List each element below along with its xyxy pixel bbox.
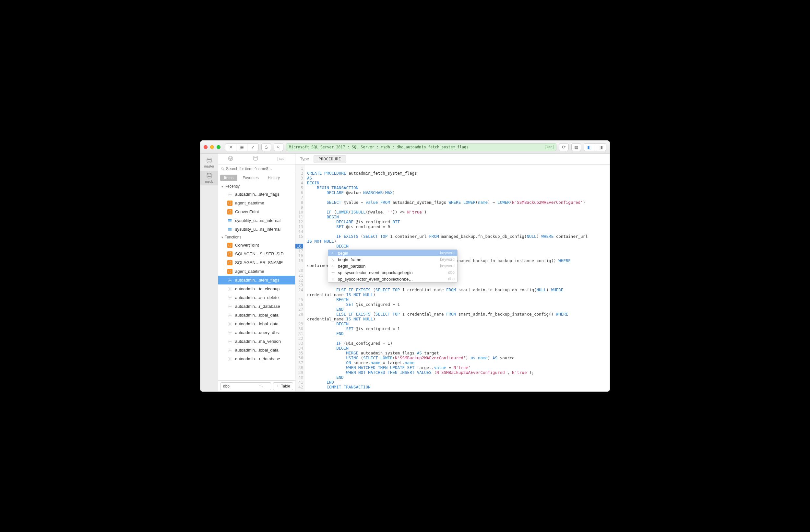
function-icon: () bbox=[227, 209, 232, 215]
tree-item-label: SQLAGEN…SUSER_SID bbox=[235, 251, 284, 256]
titlebar: ✕ ◉ ⤢ Microsoft SQL Server 2017 : SQL Se… bbox=[200, 140, 610, 153]
tree-item[interactable]: autoadmin…ata_delete bbox=[218, 293, 295, 302]
add-table-button[interactable]: ＋ Table bbox=[273, 382, 293, 390]
tree-item[interactable]: autoadmin…r_database bbox=[218, 302, 295, 311]
zoom-window[interactable] bbox=[216, 145, 221, 149]
gear-icon bbox=[227, 295, 232, 300]
add-table-label: Table bbox=[281, 384, 290, 388]
autocomplete-item[interactable]: sp_syscollector_event_oncollectionbe…dbo bbox=[328, 276, 457, 282]
tree-item[interactable]: ()ConvertToInt bbox=[218, 207, 295, 216]
minimize-window[interactable] bbox=[210, 145, 214, 149]
search-input[interactable] bbox=[226, 167, 292, 171]
refresh-icon[interactable]: ⟳ bbox=[559, 143, 569, 151]
keyword-icon bbox=[331, 257, 335, 262]
svg-rect-11 bbox=[228, 228, 232, 229]
close-window[interactable] bbox=[204, 145, 208, 149]
svg-point-15 bbox=[229, 288, 230, 290]
svg-point-24 bbox=[333, 272, 334, 273]
table-icon bbox=[227, 227, 232, 232]
eye-icon[interactable]: ◉ bbox=[237, 144, 247, 151]
plug-icon[interactable] bbox=[228, 155, 233, 162]
autocomplete-label: begin bbox=[338, 251, 348, 256]
expand-icon[interactable]: ⤢ bbox=[247, 144, 258, 151]
type-chip[interactable]: PROCEDURE bbox=[313, 155, 346, 163]
svg-point-1 bbox=[277, 146, 279, 148]
tree-item[interactable]: autoadmin…stem_flags bbox=[218, 276, 295, 284]
tab-history[interactable]: History bbox=[264, 174, 284, 181]
database-icon[interactable] bbox=[253, 155, 258, 162]
section-functions[interactable]: Functions bbox=[218, 234, 295, 241]
tree-item[interactable]: autoadmin…ma_version bbox=[218, 337, 295, 346]
tree-item-label: autoadmin…stem_flags bbox=[235, 192, 279, 197]
svg-point-2 bbox=[207, 158, 211, 160]
svg-point-3 bbox=[207, 173, 211, 175]
code-editor[interactable]: 1234567891011121314151617181920212223242… bbox=[295, 165, 610, 392]
tree-item[interactable]: ()SQLAGEN…ER_SNAME bbox=[218, 258, 295, 267]
autocomplete-kind: dbo bbox=[448, 270, 455, 275]
lock-icon[interactable] bbox=[261, 143, 271, 151]
left-panel-icon[interactable]: ◧ bbox=[584, 144, 595, 151]
tree-item[interactable]: autoadmin…lobal_data bbox=[218, 346, 295, 354]
autocomplete-popup[interactable]: beginkeywordbegin_framekeywordbegin_part… bbox=[328, 249, 457, 283]
tree-item[interactable]: autoadmin…lobal_data bbox=[218, 311, 295, 319]
tree-item[interactable]: autoadmin…lobal_data bbox=[218, 319, 295, 328]
chevron-updown-icon: ⌃⌄ bbox=[258, 384, 264, 388]
function-icon: () bbox=[227, 269, 232, 274]
tree-item-label: autoadmin…lobal_data bbox=[235, 321, 278, 326]
grid-icon[interactable]: ▦ bbox=[571, 143, 581, 151]
sidebar-tree[interactable]: Recently autoadmin…stem_flags()agent_dat… bbox=[218, 183, 295, 380]
db-rail: master msdb bbox=[200, 153, 218, 392]
autocomplete-item[interactable]: begin_framekeyword bbox=[328, 256, 457, 263]
body: master msdb SQL Items Favorites History bbox=[200, 153, 610, 392]
tree-item[interactable]: autoadmin…stem_flags bbox=[218, 190, 295, 199]
tree-item[interactable]: ()ConvertToInt bbox=[218, 241, 295, 249]
svg-point-23 bbox=[229, 358, 230, 360]
svg-rect-13 bbox=[228, 230, 232, 231]
svg-rect-0 bbox=[265, 147, 268, 148]
svg-rect-12 bbox=[228, 229, 232, 229]
tree-item-label: ConvertToInt bbox=[235, 209, 259, 214]
tree-item-label: autoadmin…ta_cleanup bbox=[235, 286, 279, 291]
rail-item-msdb[interactable]: msdb bbox=[200, 171, 218, 185]
svg-point-7 bbox=[229, 194, 230, 195]
panel-toggle-group: ◧ ◨ bbox=[584, 143, 606, 151]
tree-item[interactable]: ()agent_datetime bbox=[218, 267, 295, 276]
tree-item[interactable]: autoadmin…r_database bbox=[218, 354, 295, 363]
gear-icon bbox=[227, 304, 232, 309]
gear-icon bbox=[227, 321, 232, 327]
tree-item[interactable]: ()SQLAGEN…SUSER_SID bbox=[218, 249, 295, 258]
editor-area: Type PROCEDURE 1234567891011121314151617… bbox=[295, 153, 610, 392]
gear-icon bbox=[227, 278, 232, 283]
rail-label: master bbox=[204, 165, 214, 168]
search-icon[interactable] bbox=[274, 143, 284, 151]
schema-select[interactable]: dbo ⌃⌄ bbox=[220, 382, 271, 390]
right-panel-icon[interactable]: ◨ bbox=[595, 144, 606, 151]
location-badge: loc bbox=[545, 145, 553, 149]
autocomplete-kind: keyword bbox=[440, 257, 455, 262]
sql-icon[interactable]: SQL bbox=[278, 157, 285, 161]
tree-item[interactable]: autoadmin…ta_cleanup bbox=[218, 284, 295, 293]
stop-icon[interactable]: ✕ bbox=[225, 144, 237, 151]
tree-item[interactable]: sysutility_u…ns_internal bbox=[218, 216, 295, 225]
autocomplete-item[interactable]: beginkeyword bbox=[328, 250, 457, 256]
tree-item-label: autoadmin…stem_flags bbox=[235, 278, 279, 283]
line-gutter: 1234567891011121314151617181920212223242… bbox=[295, 165, 305, 392]
tab-favorites[interactable]: Favorites bbox=[239, 174, 262, 181]
gear-icon bbox=[227, 313, 232, 318]
tree-item[interactable]: sysutility_u…ns_internal bbox=[218, 225, 295, 234]
tree-item-label: autoadmin…r_database bbox=[235, 304, 280, 309]
breadcrumb[interactable]: Microsoft SQL Server 2017 : SQL Server :… bbox=[286, 143, 556, 151]
autocomplete-item[interactable]: begin_partitionkeyword bbox=[328, 263, 457, 269]
tree-item-label: autoadmin…lobal_data bbox=[235, 313, 278, 317]
section-recently[interactable]: Recently bbox=[218, 183, 295, 190]
tab-items[interactable]: Items bbox=[220, 174, 237, 181]
tree-item[interactable]: autoadmin…query_dbs bbox=[218, 328, 295, 337]
tree-item[interactable]: ()agent_datetime bbox=[218, 199, 295, 207]
rail-item-master[interactable]: master bbox=[200, 155, 218, 170]
autocomplete-item[interactable]: sp_syscollector_event_onpackagebegindbo bbox=[328, 269, 457, 276]
gear-icon bbox=[331, 277, 335, 281]
function-icon: () bbox=[227, 251, 232, 256]
sidebar-search[interactable] bbox=[218, 165, 295, 173]
sidebar-footer: dbo ⌃⌄ ＋ Table bbox=[218, 380, 295, 392]
gear-icon bbox=[227, 192, 232, 197]
